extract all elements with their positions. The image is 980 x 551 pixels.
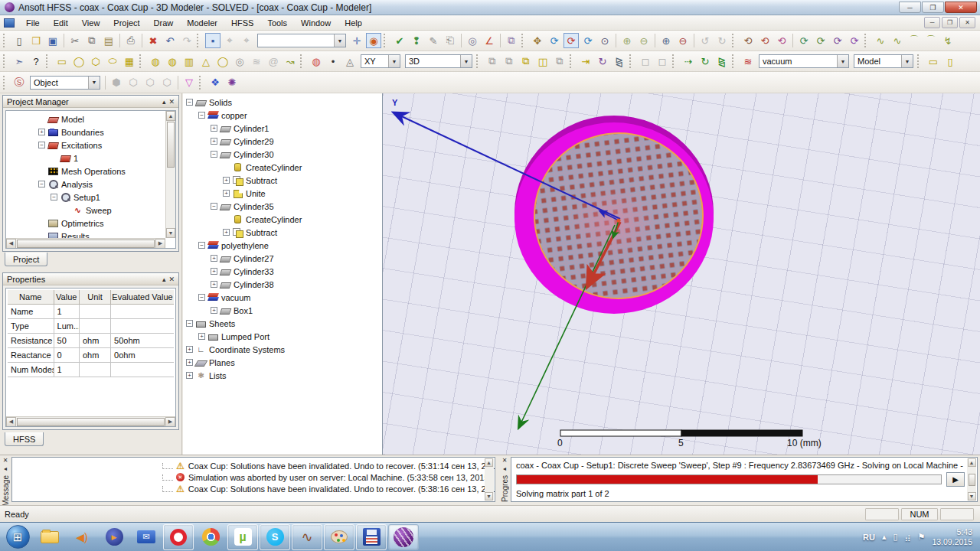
select-objects-button[interactable]: ⬢	[109, 75, 124, 90]
spline-tool-button[interactable]: ∿	[890, 33, 905, 48]
arc-3point-tool-button[interactable]: ⌒	[923, 33, 939, 48]
project-tree-item-setup1[interactable]: −Setup1	[26, 191, 175, 204]
view-redo-button[interactable]: ↻	[714, 33, 730, 48]
collapse-icon[interactable]: −	[211, 203, 217, 210]
undo-button[interactable]: ↶	[162, 33, 178, 48]
menu-project[interactable]: Project	[106, 17, 146, 29]
snap-center-button[interactable]: ⌖	[239, 33, 254, 48]
menu-draw[interactable]: Draw	[147, 17, 181, 29]
expand-icon[interactable]: +	[186, 346, 193, 353]
project-tree-item-optimetrics[interactable]: Optimetrics	[26, 217, 175, 230]
rotate-model-button[interactable]: ⟳	[564, 33, 579, 48]
rotate-minus-x-button[interactable]: ⟲	[740, 33, 756, 48]
new-file-button[interactable]: ▯	[11, 33, 27, 48]
taskbar-explorer-button[interactable]	[34, 524, 65, 550]
edit-notes-button[interactable]: ✎	[426, 33, 441, 48]
copy-button[interactable]: ⧉	[84, 33, 100, 48]
expand-icon[interactable]: +	[211, 138, 217, 145]
taskbar-media-player-button[interactable]: ▶	[99, 524, 129, 550]
message-scrollbar[interactable]: ▲ ▼	[485, 458, 494, 500]
project-tree-item-1[interactable]: 1	[26, 152, 175, 165]
filter-funnel-button[interactable]: ▽	[181, 75, 197, 90]
panel-close-icon[interactable]: ✕	[168, 98, 175, 106]
property-cell[interactable]	[80, 363, 111, 377]
zoom-window-button[interactable]: ⊕	[658, 33, 674, 48]
toolbar-grip[interactable]	[629, 54, 634, 68]
material-stack-button[interactable]: ≋	[740, 54, 756, 69]
toolbar-grip[interactable]	[864, 34, 869, 47]
drawing-plane-combo[interactable]: XY▼	[361, 54, 400, 68]
property-cell[interactable]: ohm	[80, 348, 111, 363]
project-tree-item-boundaries[interactable]: +Boundaries	[26, 126, 175, 139]
toolbar-grip[interactable]	[384, 34, 388, 47]
taskbar-floppy-app-button[interactable]	[356, 524, 387, 550]
toolbar-grip[interactable]	[732, 54, 737, 68]
tray-network-icon[interactable]: ⣴	[905, 532, 911, 542]
menu-help[interactable]: Help	[338, 17, 369, 29]
tray-language-indicator[interactable]: RU	[863, 533, 875, 542]
property-cell[interactable]: 0	[54, 348, 80, 363]
menu-window[interactable]: Window	[294, 17, 338, 29]
taskbar-paint-button[interactable]	[324, 524, 354, 550]
draw-cylinder-button[interactable]: ◍	[148, 54, 163, 69]
taskbar-chrome-button[interactable]	[195, 524, 226, 550]
taskbar-utorrent-button[interactable]: µ	[227, 524, 258, 550]
snap-vertex-button[interactable]: ⌖	[222, 33, 237, 48]
taskbar-skype-button[interactable]: S	[260, 524, 290, 550]
draw-point-button[interactable]: •	[325, 54, 341, 69]
select-vertices-button[interactable]: ⬡	[159, 75, 175, 90]
expand-icon[interactable]: +	[186, 359, 193, 366]
print-button[interactable]: ⎙	[123, 33, 139, 48]
chevron-down-icon[interactable]: ▼	[88, 77, 100, 89]
open-file-button[interactable]: ❒	[28, 33, 44, 48]
expand-icon[interactable]: +	[223, 229, 230, 236]
expand-icon[interactable]: +	[223, 177, 230, 184]
expand-icon[interactable]: +	[198, 333, 205, 340]
model-tree-item-sheets[interactable]: −Sheets	[186, 317, 382, 330]
polyline-tool-button[interactable]: ∿	[873, 33, 888, 48]
model-tree-item-cylinder30[interactable]: −Cylinder30	[186, 148, 382, 161]
collapse-icon[interactable]: −	[198, 112, 205, 119]
title-bar[interactable]: Ansoft HFSS - coax - Coax Cup - 3D Model…	[0, 0, 980, 15]
toolbar-grip[interactable]	[732, 34, 737, 47]
mdi-close-button[interactable]: ✕	[959, 17, 975, 28]
redo-button[interactable]: ↷	[179, 33, 194, 48]
rotate-plus-z-button[interactable]: ⟳	[830, 33, 845, 48]
taskbar-volume-button[interactable]: ◀)	[67, 524, 97, 550]
tray-action-center-icon[interactable]: ⚑	[918, 532, 926, 542]
zoom-out-button[interactable]: ⊖	[636, 33, 652, 48]
properties-hscrollbar[interactable]: ◀ ▶	[6, 416, 175, 426]
rotate-plus-y-button[interactable]: ⟳	[796, 33, 812, 48]
split-button[interactable]: ◫	[535, 54, 550, 69]
rotate-minus-y-button[interactable]: ⟲	[774, 33, 789, 48]
subtract-button[interactable]: ⧉	[501, 54, 517, 69]
model-tree-item-lumped-port[interactable]: +Lumped Port	[186, 330, 382, 343]
mirror-button[interactable]: ⧎	[612, 54, 627, 69]
solution-data-button[interactable]: ◎	[465, 33, 480, 48]
draw-circle-button[interactable]: ◯	[71, 54, 87, 69]
draw-cone-button[interactable]: △	[198, 54, 214, 69]
property-cell[interactable]	[80, 319, 111, 334]
toolbar-grip[interactable]	[3, 34, 8, 47]
expand-icon[interactable]: +	[186, 372, 193, 379]
rotate-plus-x-button[interactable]: ⟲	[757, 33, 773, 48]
model-tree-item-vacuum[interactable]: −vacuum	[186, 291, 382, 304]
expand-icon[interactable]: +	[211, 125, 217, 132]
chevron-down-icon[interactable]: ▼	[901, 55, 913, 67]
message-row[interactable]: ⚠Coax Cup: Solutions have been invalidat…	[12, 483, 484, 494]
unite-button[interactable]: ⧉	[485, 54, 500, 69]
restore-button[interactable]: ❐	[922, 2, 944, 13]
model-tree-item-coordinate-systems[interactable]: +∟Coordinate Systems	[186, 343, 382, 356]
property-cell[interactable]: 50	[54, 334, 80, 348]
toolbar-grip[interactable]	[3, 54, 8, 68]
model-tree-item-lists[interactable]: +❃Lists	[186, 369, 382, 382]
browse-solutions-button[interactable]: ⎗	[443, 33, 458, 48]
expand-icon[interactable]: +	[211, 255, 217, 262]
message-row[interactable]: ✕Simulation was aborted by user on serve…	[12, 471, 484, 483]
model-tree-item-createcylinder[interactable]: CreateCylinder	[186, 161, 382, 174]
collapse-icon[interactable]: −	[198, 294, 205, 301]
property-cell[interactable]: Lum...	[54, 319, 80, 334]
select-faces-button[interactable]: ⬡	[126, 75, 141, 90]
model-tree-item-cylinder27[interactable]: +Cylinder27	[186, 252, 382, 265]
chevron-down-icon[interactable]: ▼	[334, 34, 345, 47]
